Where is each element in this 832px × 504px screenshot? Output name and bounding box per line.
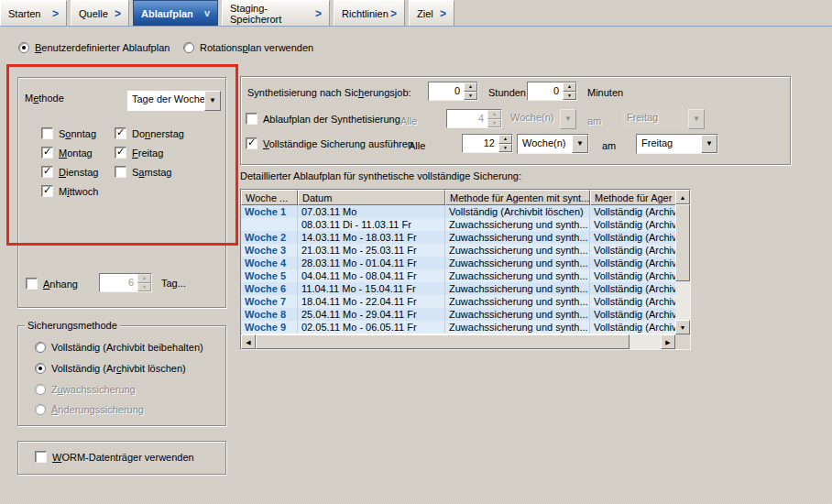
spinner-down-icon[interactable]: ▼ — [498, 144, 512, 153]
spinner-up-icon[interactable]: ▲ — [498, 135, 512, 144]
column-header-methode-ager[interactable]: Methode für Ager — [590, 190, 675, 205]
radio-label: Rotationsplan verwenden — [200, 42, 313, 53]
checkbox-full-backup[interactable]: Vollständige Sicherung ausführen — [246, 137, 413, 149]
radio-icon[interactable] — [35, 342, 46, 353]
checkbox-icon[interactable] — [115, 147, 126, 159]
method-dropdown[interactable]: Tage der Woche ▼ — [127, 91, 221, 111]
dropdown-value: Freitag — [637, 135, 701, 153]
horizontal-scroll-track[interactable] — [629, 334, 661, 349]
schedule-table: Woche ... Datum Methode für Agenten mit … — [240, 189, 691, 350]
scroll-up-icon[interactable]: ▲ — [675, 190, 690, 204]
radio-icon[interactable] — [18, 42, 29, 53]
dropdown-arrow-icon[interactable]: ▼ — [572, 135, 588, 153]
table-row[interactable]: Woche 8 25.04.11 Mo - 29.04.11 Fr Zuwach… — [241, 308, 675, 321]
spinner-up-icon[interactable]: ▲ — [137, 274, 151, 283]
checkbox-label: Vollständige Sicherung ausführen — [263, 138, 413, 149]
checkbox-mittwoch[interactable]: Mittwoch — [41, 185, 98, 197]
checkbox-anhang[interactable]: Anhang — [26, 278, 78, 290]
radio-icon[interactable] — [183, 42, 194, 53]
cell-week: Woche 4 — [241, 257, 298, 269]
table-row[interactable]: Woche 5 04.04.11 Mo - 08.04.11 Fr Zuwach… — [241, 269, 675, 282]
checkbox-icon[interactable] — [115, 127, 126, 139]
radio-icon[interactable] — [35, 363, 46, 374]
tab-ablaufplan[interactable]: Ablaufplan v — [133, 0, 218, 26]
checkbox-montag[interactable]: Montag — [41, 147, 93, 159]
table-row[interactable]: Woche 1 07.03.11 Mo Vollständig (Archivb… — [241, 205, 675, 218]
table-row[interactable]: Woche 2 14.03.11 Mo - 18.03.11 Fr Zuwach… — [241, 231, 675, 244]
checkbox-icon[interactable] — [41, 185, 53, 197]
scroll-left-icon[interactable]: ◀ — [241, 334, 256, 349]
horizontal-scroll-thumb[interactable] — [256, 334, 629, 349]
cell-methode2: Vollständig (Archiv — [590, 269, 675, 282]
full-unit-dropdown[interactable]: Woche(n) ▼ — [517, 134, 589, 154]
radio-vollstaendig-loeschen[interactable]: Vollständig (Archivbit löschen) — [35, 363, 186, 374]
tab-staging-speicherort[interactable]: Staging-Speicherort > — [222, 0, 330, 26]
spinner-value: 4 — [447, 110, 487, 127]
table-body: Woche 1 07.03.11 Mo Vollständig (Archivb… — [241, 205, 675, 334]
scroll-down-icon[interactable]: ▼ — [675, 320, 690, 334]
table-row[interactable]: 08.03.11 Di - 11.03.11 Fr Zuwachssicheru… — [241, 218, 675, 231]
cell-methode2: Vollständig (Archiv — [590, 257, 675, 269]
vertical-scroll-track[interactable] — [675, 281, 690, 320]
checkbox-freitag[interactable]: Freitag — [115, 147, 163, 159]
tab-label: Starten — [8, 8, 40, 19]
tab-quelle[interactable]: Quelle > — [71, 0, 129, 26]
tab-ziel[interactable]: Ziel > — [409, 0, 454, 26]
scroll-right-icon[interactable]: ▶ — [661, 334, 675, 349]
anhang-day-spinner[interactable]: 6 ▲ ▼ — [99, 273, 152, 292]
radio-rotation-schedule[interactable]: Rotationsplan verwenden — [183, 42, 313, 53]
spinner-up-icon[interactable]: ▲ — [563, 82, 576, 92]
vertical-scrollbar[interactable]: ▲ ▼ — [675, 190, 690, 334]
checkbox-icon[interactable] — [246, 113, 257, 125]
checkbox-icon[interactable] — [115, 166, 126, 178]
checkbox-donnerstag[interactable]: Donnerstag — [115, 127, 184, 139]
table-row[interactable]: Woche 9 02.05.11 Mo - 06.05.11 Fr Zuwach… — [241, 321, 675, 334]
spinner-down-icon[interactable]: ▼ — [563, 92, 576, 101]
spinner-value: 0 — [429, 82, 464, 100]
table-row[interactable]: Woche 3 21.03.11 Mo - 25.03.11 Fr Zuwach… — [241, 244, 675, 257]
full-weeks-spinner[interactable]: 12 ▲ ▼ — [462, 134, 513, 153]
radio-custom-schedule[interactable]: Benutzerdefinierter Ablaufplan — [18, 42, 170, 53]
checkbox-icon[interactable] — [35, 451, 47, 463]
table-row[interactable]: Woche 4 28.03.11 Mo - 01.04.11 Fr Zuwach… — [241, 257, 675, 269]
synth-title: Synthetisierung nach Sicherungsjob: — [247, 87, 411, 98]
checkbox-icon[interactable] — [41, 147, 53, 159]
minutes-spinner[interactable]: 0 ▲ ▼ — [527, 82, 577, 101]
cell-methode2: Vollständig (Archiv — [590, 321, 675, 334]
alle-label: Alle — [409, 140, 425, 151]
tab-richtlinien[interactable]: Richtlinien > — [334, 0, 405, 26]
radio-vollstaendig-beibehalten[interactable]: Vollständig (Archivbit beibehalten) — [35, 342, 203, 353]
checkbox-icon[interactable] — [26, 278, 38, 290]
checkbox-dienstag[interactable]: Dienstag — [41, 166, 98, 178]
checkbox-icon[interactable] — [41, 166, 53, 178]
vertical-scroll-thumb[interactable] — [675, 204, 690, 281]
spinner-down-icon[interactable]: ▼ — [464, 92, 477, 101]
column-header-woche[interactable]: Woche ... — [241, 190, 298, 205]
table-row[interactable]: Woche 6 11.04.11 Mo - 15.04.11 Fr Zuwach… — [241, 282, 675, 295]
dropdown-arrow-icon[interactable]: ▼ — [701, 135, 717, 153]
table-row[interactable]: Woche 7 18.04.11 Mo - 22.04.11 Fr Zuwach… — [241, 295, 675, 308]
cell-week: Woche 9 — [241, 321, 298, 334]
dropdown-arrow-icon[interactable]: ▼ — [204, 91, 221, 111]
cell-week: Woche 5 — [241, 269, 298, 282]
tab-starten[interactable]: Starten > — [0, 0, 67, 26]
checkbox-label: Montag — [59, 148, 93, 159]
column-header-methode-agenten[interactable]: Methode für Agenten mit synt... — [445, 190, 590, 205]
cell-methode2: Vollständig (Archiv — [590, 308, 675, 321]
cell-methode1: Vollständig (Archivbit löschen) — [445, 205, 590, 218]
dropdown-arrow-icon: ▼ — [688, 109, 705, 129]
checkbox-icon[interactable] — [246, 137, 257, 149]
checkbox-icon[interactable] — [41, 127, 53, 139]
spinner-down-icon[interactable]: ▼ — [137, 283, 151, 292]
full-day-dropdown[interactable]: Freitag ▼ — [636, 134, 718, 154]
horizontal-scrollbar[interactable]: ◀ ▶ — [241, 334, 675, 349]
checkbox-worm[interactable]: WORM-Datenträger verwenden — [35, 451, 194, 463]
checkbox-samstag[interactable]: Samstag — [115, 166, 171, 178]
cell-datum: 21.03.11 Mo - 25.03.11 Fr — [298, 244, 445, 257]
checkbox-sonntag[interactable]: Sonntag — [41, 127, 96, 139]
hours-spinner[interactable]: 0 ▲ ▼ — [428, 82, 478, 101]
column-header-datum[interactable]: Datum — [298, 190, 445, 205]
cell-methode1: Zuwachssicherung und synth... — [445, 257, 590, 269]
spinner-up-icon[interactable]: ▲ — [464, 82, 477, 92]
checkbox-synth-schedule[interactable]: Ablaufplan der Synthetisierung — [246, 113, 400, 125]
